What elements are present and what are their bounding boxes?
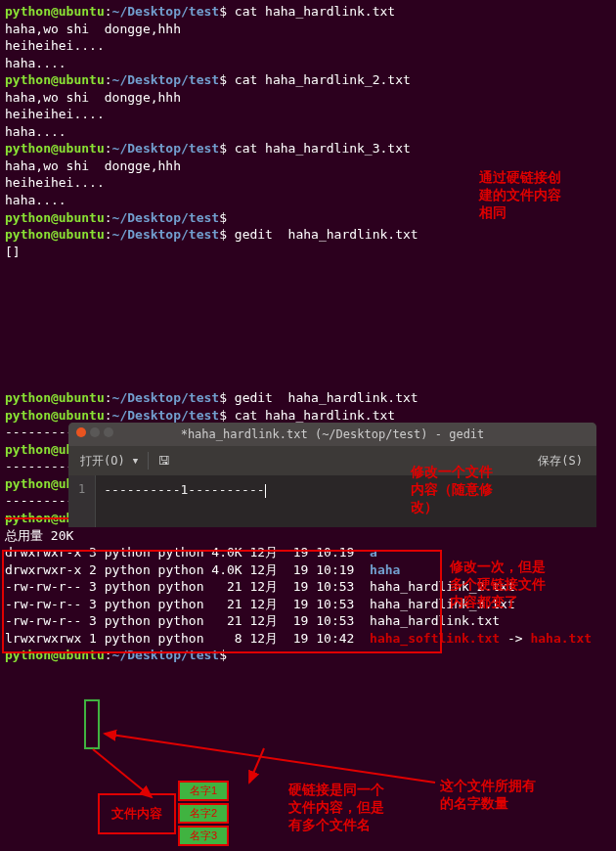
cmd-cat3: cat haha_hardlink_3.txt [235,141,411,156]
gedit-title-text: *haha_hardlink.txt (~/Desktop/test) - ge… [181,427,485,441]
red-box-modified [2,550,442,653]
svg-line-1 [249,748,264,783]
save-icon[interactable]: 🖫 [158,453,170,469]
chevron-down-icon[interactable]: ▼ [133,455,138,467]
cmd-cat2: cat haha_hardlink_2.txt [235,72,411,87]
save-button[interactable]: 保存(S) [538,453,583,469]
legend-name-3: 名字3 [178,826,229,846]
annotation-3: 修改一次，但是 多个硬链接文件 内容都变了 [450,558,546,611]
maximize-icon[interactable] [104,427,113,437]
annotation-5: 这个文件所拥有 的名字数量 [440,777,536,812]
gedit-titlebar[interactable]: *haha_hardlink.txt (~/Desktop/test) - ge… [68,423,596,446]
cursor-marker: [] [5,244,611,261]
svg-line-2 [105,734,435,783]
output-line: haha,wo shi dongge,hhh [5,21,611,38]
window-buttons[interactable] [76,427,117,441]
gedit-toolbar: 打开(O)▼ 🖫 保存(S) [68,446,596,475]
annotation-4: 硬链接是同一个 文件内容，但是 有多个文件名 [288,781,384,834]
output-line: heiheihei.... [5,37,611,55]
text-cursor [265,484,266,498]
output-line: haha.... [5,55,611,72]
annotation-2: 修改一个文件 内容（随意修 改） [411,463,493,516]
legend-main-label: 文件内容 [98,793,176,834]
editor-area[interactable]: ----------1---------- [96,475,596,526]
cmd-cat1: cat haha_hardlink.txt [235,4,395,19]
gedit-window[interactable]: *haha_hardlink.txt (~/Desktop/test) - ge… [68,423,596,527]
prompt-path: ~/Desktop/test [112,4,220,19]
ls-total: 总用量 20K [5,527,611,545]
green-box-linkcount [84,699,100,749]
minimize-icon[interactable] [90,427,100,437]
annotation-1: 通过硬链接创 建的文件内容 相同 [479,168,561,222]
line-gutter: 1 [68,475,96,526]
prompt-user: python@ubuntu [5,4,105,19]
legend-box: 文件内容 名字1 名字2 名字3 [98,781,229,848]
legend-name-2: 名字2 [178,803,229,824]
toolbar-divider [148,452,149,470]
cmd-gedit: gedit haha_hardlink.txt [235,227,418,242]
legend-name-1: 名字1 [178,781,229,801]
close-icon[interactable] [76,427,86,437]
open-button[interactable]: 打开(O) [76,451,129,470]
